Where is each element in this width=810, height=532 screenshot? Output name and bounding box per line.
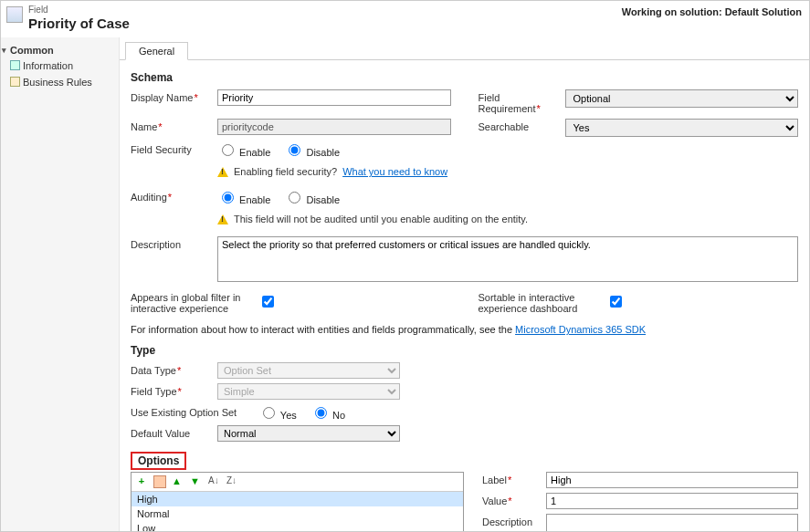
data-type-label: Data Type* bbox=[131, 362, 217, 376]
sdk-link[interactable]: Microsoft Dynamics 365 SDK bbox=[515, 324, 646, 335]
field-security-hint: Enabling field security? bbox=[234, 166, 337, 177]
options-panel: + ▲ ▼ A↓ Z↓ High Normal Low Critical bbox=[131, 472, 464, 531]
option-label-label: Label* bbox=[482, 472, 546, 485]
auditing-label: Auditing* bbox=[131, 189, 217, 203]
data-type-select: Option Set bbox=[217, 362, 400, 379]
field-security-link[interactable]: What you need to know bbox=[342, 166, 447, 177]
delete-option-icon[interactable] bbox=[153, 475, 166, 488]
option-value-input[interactable] bbox=[546, 493, 798, 509]
form: Schema Display Name* Field Requirement* … bbox=[120, 60, 809, 531]
page-title: Priority of Case bbox=[28, 16, 130, 32]
auditing-disable[interactable]: Disable bbox=[284, 194, 340, 205]
appears-global-filter-checkbox[interactable] bbox=[262, 296, 274, 308]
header-titles: Field Priority of Case bbox=[28, 5, 130, 32]
default-value-select[interactable]: Normal bbox=[217, 425, 400, 442]
sidebar-group-common[interactable]: Common bbox=[1, 43, 119, 57]
tabs: General bbox=[120, 41, 809, 60]
options-list[interactable]: High Normal Low Critical bbox=[131, 492, 463, 531]
business-rules-icon bbox=[10, 77, 20, 87]
tab-general[interactable]: General bbox=[125, 42, 188, 60]
auditing-hint: This field will not be audited until you… bbox=[234, 214, 528, 224]
type-title: Type bbox=[131, 344, 798, 357]
field-type-label: Field Type* bbox=[131, 383, 217, 397]
sidebar-item-label: Business Rules bbox=[23, 77, 92, 88]
sortable-dashboard-label: Sortable in interactive experience dashb… bbox=[479, 289, 606, 314]
option-value-label: Value* bbox=[482, 493, 546, 506]
entity-field-icon bbox=[6, 6, 23, 23]
header: Field Priority of Case Working on soluti… bbox=[1, 1, 809, 37]
option-description-textarea[interactable] bbox=[546, 514, 798, 531]
schema-title: Schema bbox=[131, 71, 798, 84]
auditing-enable[interactable]: Enable bbox=[217, 194, 270, 205]
body: Common Information Business Rules Genera… bbox=[1, 37, 809, 531]
display-name-label: Display Name* bbox=[131, 89, 217, 103]
field-security-label: Field Security bbox=[131, 141, 217, 155]
name-label: Name* bbox=[131, 119, 217, 132]
description-label: Description bbox=[131, 236, 217, 250]
use-existing-yes[interactable]: Yes bbox=[258, 410, 297, 421]
field-security-enable[interactable]: Enable bbox=[217, 147, 270, 158]
add-option-icon[interactable]: + bbox=[135, 475, 148, 488]
sidebar-item-label: Information bbox=[23, 60, 73, 71]
sort-desc-icon[interactable]: Z↓ bbox=[226, 475, 239, 488]
sidebar: Common Information Business Rules bbox=[1, 37, 120, 531]
option-item[interactable]: Low bbox=[131, 521, 463, 531]
move-up-icon[interactable]: ▲ bbox=[172, 475, 184, 488]
solution-name: Default Solution bbox=[725, 6, 802, 17]
options-toolbar: + ▲ ▼ A↓ Z↓ bbox=[131, 473, 463, 492]
information-icon bbox=[10, 60, 20, 70]
option-description-label: Description bbox=[482, 514, 546, 527]
field-security-disable[interactable]: Disable bbox=[284, 147, 340, 158]
solution-prefix: Working on solution: bbox=[622, 6, 722, 17]
main: General Schema Display Name* Field Requi… bbox=[120, 37, 809, 531]
sortable-dashboard-checkbox[interactable] bbox=[610, 296, 622, 308]
warning-icon bbox=[217, 214, 228, 224]
move-down-icon[interactable]: ▼ bbox=[190, 475, 203, 488]
header-kicker: Field bbox=[28, 5, 130, 16]
field-type-select: Simple bbox=[217, 383, 400, 400]
field-requirement-label: Field Requirement* bbox=[479, 89, 565, 114]
field-requirement-select[interactable]: Optional bbox=[565, 89, 799, 108]
sdk-info: For information about how to interact wi… bbox=[131, 324, 798, 335]
searchable-select[interactable]: Yes bbox=[565, 119, 799, 137]
options-title: Options bbox=[131, 452, 186, 470]
warning-icon bbox=[217, 167, 228, 177]
option-detail: Label* Value* Description Color bbox=[482, 472, 798, 531]
appears-global-filter-label: Appears in global filter in interactive … bbox=[131, 289, 258, 314]
default-value-label: Default Value bbox=[131, 425, 217, 439]
display-name-input[interactable] bbox=[217, 89, 451, 106]
option-item[interactable]: High bbox=[131, 492, 463, 506]
window: Field Priority of Case Working on soluti… bbox=[0, 0, 810, 532]
sidebar-item-business-rules[interactable]: Business Rules bbox=[1, 74, 119, 90]
sidebar-item-information[interactable]: Information bbox=[1, 57, 119, 74]
use-existing-no[interactable]: No bbox=[310, 410, 345, 421]
option-item[interactable]: Normal bbox=[131, 506, 463, 521]
name-input bbox=[217, 119, 451, 135]
sort-asc-icon[interactable]: A↓ bbox=[208, 475, 221, 488]
use-existing-label: Use Existing Option Set bbox=[131, 404, 258, 418]
description-textarea[interactable]: Select the priority so that preferred cu… bbox=[217, 236, 798, 282]
searchable-label: Searchable bbox=[479, 119, 565, 132]
option-label-input[interactable] bbox=[546, 472, 798, 488]
solution-indicator: Working on solution: Default Solution bbox=[622, 5, 802, 17]
